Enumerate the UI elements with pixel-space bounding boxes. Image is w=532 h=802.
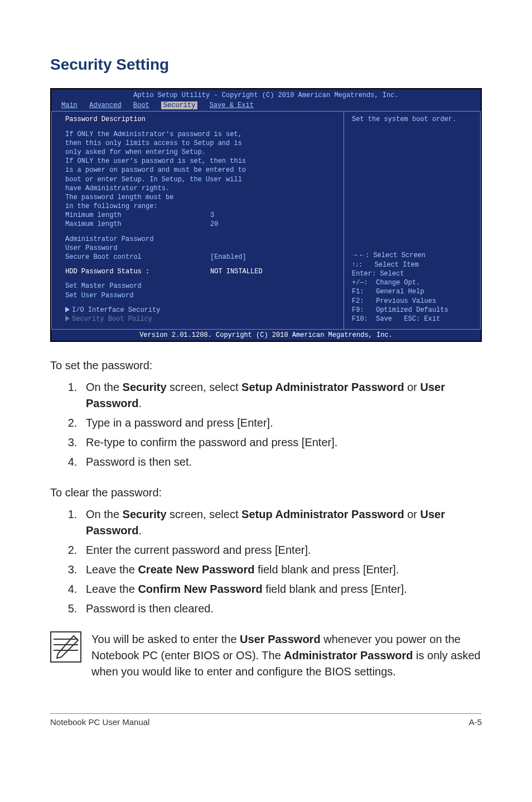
clear-step-4: Leave the Confirm New Password field bla… [80, 581, 482, 597]
bios-min-length-value: 3 [210, 211, 214, 220]
bios-tab-boot: Boot [133, 102, 149, 109]
bios-desc-line: in the following range: [65, 202, 336, 211]
bios-user-password: User Password [65, 244, 336, 253]
clear-step-5: Password is then cleared. [80, 601, 482, 617]
set-step-4: Password is then set. [80, 454, 482, 470]
set-step-2: Type in a password and press [Enter]. [80, 415, 482, 431]
bios-key-select-screen: →←: Select Screen [352, 250, 475, 260]
footer-right: A-5 [469, 717, 482, 727]
bios-key-f1: F1: General Help [352, 287, 475, 296]
bios-tab-save-exit: Save & Exit [210, 102, 254, 109]
bios-key-f2: F2: Previous Values [352, 297, 475, 306]
bios-tab-advanced: Advanced [89, 102, 122, 109]
triangle-icon [65, 316, 70, 321]
bios-key-f10: F10: Save ESC: Exit [352, 315, 475, 323]
clear-step-3: Leave the Create New Password field blan… [80, 562, 482, 578]
set-step-1: On the Security screen, select Setup Adm… [80, 379, 482, 412]
section-title: Security Setting [50, 56, 482, 74]
bios-header-title: Aptio Setup Utility - Copyright (C) 2010… [51, 89, 481, 100]
bios-desc-line: have Administrator rights. [65, 184, 336, 193]
bios-tab-main: Main [61, 102, 78, 109]
set-password-heading: To set the password: [50, 357, 482, 374]
set-step-3: Re-type to confirm the password and pres… [80, 434, 482, 451]
note-block: You will be asked to enter the User Pass… [50, 631, 482, 680]
clear-step-2: Enter the current password and press [En… [80, 542, 482, 558]
bios-tab-security: Security [161, 102, 198, 109]
bios-desc-line: If ONLY the user's password is set, then… [65, 157, 336, 166]
bios-desc-line: then this only limits access to Setup an… [65, 139, 336, 148]
bios-left-pane: Password Description If ONLY the Adminis… [51, 112, 344, 329]
clear-password-heading: To clear the password: [50, 485, 482, 501]
bios-hdd-label: HDD Password Status : [65, 267, 210, 276]
footer-left: Notebook PC User Manual [50, 717, 149, 727]
bios-hdd-value: NOT INSTALLED [210, 267, 263, 276]
note-icon [50, 631, 81, 663]
bios-set-user-password: Set User Password [65, 291, 336, 300]
note-text: You will be asked to enter the User Pass… [91, 631, 482, 680]
clear-password-steps: On the Security screen, select Setup Adm… [50, 506, 482, 617]
bios-admin-password: Administrator Password [65, 235, 336, 244]
bios-key-select-item: ↑↓: Select Item [352, 260, 475, 269]
bios-security-boot-policy: Security Boot Policy [65, 315, 336, 323]
bios-secure-boot-value: [Enabled] [210, 253, 246, 262]
bios-desc-line: only asked for when entering Setup. [65, 148, 336, 157]
bios-pwd-desc-heading: Password Description [65, 115, 336, 124]
bios-right-pane: Set the system boot order. →←: Select Sc… [344, 112, 481, 329]
clear-step-1: On the Security screen, select Setup Adm… [80, 506, 482, 539]
bios-key-f9: F9: Optimized Defaults [352, 306, 475, 315]
bios-max-length-value: 20 [210, 220, 218, 229]
bios-key-change: +/—: Change Opt. [352, 278, 475, 287]
bios-set-master-password: Set Master Password [65, 282, 336, 291]
bios-footer: Version 2.01.1208. Copyright (C) 2010 Am… [51, 329, 481, 341]
bios-max-length-label: Maximum length [65, 220, 210, 229]
bios-secure-boot-label: Secure Boot control [65, 253, 210, 262]
bios-io-interface-security: I/O Interface Security [65, 306, 336, 315]
set-password-steps: On the Security screen, select Setup Adm… [50, 379, 482, 470]
bios-tabs: Main Advanced Boot Security Save & Exit [51, 100, 481, 111]
bios-desc-line: The password length must be [65, 193, 336, 202]
bios-desc-line: is a power on password and must be enter… [65, 166, 336, 175]
bios-key-enter: Enter: Select [352, 269, 475, 278]
bios-desc-line: If ONLY the Administrator's password is … [65, 130, 336, 139]
bios-screenshot: Aptio Setup Utility - Copyright (C) 2010… [50, 88, 482, 342]
bios-help-text: Set the system boot order. [352, 115, 475, 124]
bios-desc-line: boot or enter Setup. In Setup, the User … [65, 175, 336, 184]
page-footer: Notebook PC User Manual A-5 [50, 713, 482, 727]
bios-min-length-label: Minimum length [65, 211, 210, 220]
triangle-icon [65, 307, 70, 312]
